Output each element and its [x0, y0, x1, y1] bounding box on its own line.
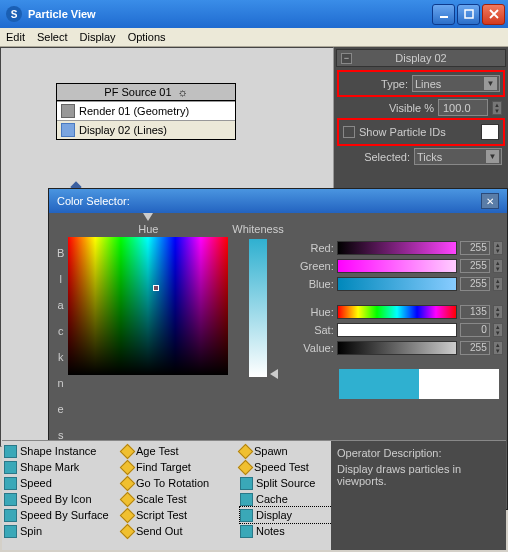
blue-value[interactable]: 255: [460, 277, 490, 291]
op-desc-body: Display draws particles in viewports.: [337, 463, 500, 487]
blue-slider[interactable]: [337, 277, 457, 291]
collapse-icon[interactable]: −: [341, 53, 352, 64]
operator-item[interactable]: Notes: [240, 523, 331, 539]
type-select[interactable]: Lines ▼: [412, 75, 500, 92]
operator-label: Speed Test: [254, 461, 309, 473]
op-desc-title: Operator Description:: [337, 447, 500, 459]
dialog-close-button[interactable]: ✕: [481, 193, 499, 209]
hue-stepper[interactable]: ▲▼: [493, 305, 503, 319]
show-ids-checkbox[interactable]: [343, 126, 355, 138]
operator-item[interactable]: Split Source: [240, 475, 331, 491]
blue-label: Blue:: [294, 278, 334, 290]
red-value[interactable]: 255: [460, 241, 490, 255]
visible-spinner[interactable]: 100.0: [438, 99, 488, 116]
sat-slider[interactable]: [337, 323, 457, 337]
id-color-swatch[interactable]: [481, 124, 499, 140]
test-icon: [238, 443, 254, 459]
operator-item[interactable]: Speed: [4, 475, 122, 491]
operator-item[interactable]: Age Test: [122, 443, 240, 459]
menu-select[interactable]: Select: [37, 31, 68, 43]
operator-icon: [4, 445, 17, 458]
operator-icon: [240, 525, 253, 538]
blue-stepper[interactable]: ▲▼: [493, 277, 503, 291]
operator-item[interactable]: Script Test: [122, 507, 240, 523]
render-icon: [61, 104, 75, 118]
green-label: Green:: [294, 260, 334, 272]
sat-value[interactable]: 0: [460, 323, 490, 337]
operator-icon: [4, 477, 17, 490]
dialog-titlebar[interactable]: Color Selector: ✕: [49, 189, 507, 213]
bulb-icon: ☼: [178, 86, 188, 98]
show-ids-label: Show Particle IDs: [359, 126, 477, 138]
display-icon: [61, 123, 75, 137]
sat-row: Sat: 0 ▲▼: [294, 323, 503, 337]
field-cursor-icon[interactable]: [153, 285, 159, 291]
hue-row: Hue: 135 ▲▼: [294, 305, 503, 319]
operator-label: Cache: [256, 493, 288, 505]
menu-edit[interactable]: Edit: [6, 31, 25, 43]
red-label: Red:: [294, 242, 334, 254]
operator-item[interactable]: Speed Test: [240, 459, 331, 475]
operator-label: Notes: [256, 525, 285, 537]
operator-palette[interactable]: Shape InstanceShape MarkSpeedSpeed By Ic…: [2, 441, 331, 549]
dropdown-arrow-icon: ▼: [486, 150, 499, 163]
operator-item[interactable]: Send Out: [122, 523, 240, 539]
color-preview: [339, 369, 503, 399]
operator-item[interactable]: Shape Mark: [4, 459, 122, 475]
whiteness-pointer-icon: [270, 369, 278, 379]
selected-select[interactable]: Ticks ▼: [414, 148, 502, 165]
dropdown-arrow-icon: ▼: [484, 77, 497, 90]
operator-item[interactable]: Speed By Icon: [4, 491, 122, 507]
hue-label: Hue: [68, 223, 228, 235]
visible-stepper[interactable]: ▲▼: [492, 101, 502, 115]
green-stepper[interactable]: ▲▼: [493, 259, 503, 273]
operator-item[interactable]: Display: [240, 507, 331, 523]
whiteness-slider[interactable]: [249, 239, 267, 377]
operator-icon: [4, 461, 17, 474]
node-row-render[interactable]: Render 01 (Geometry): [57, 101, 235, 120]
operator-label: Send Out: [136, 525, 182, 537]
operator-label: Spawn: [254, 445, 288, 457]
red-slider[interactable]: [337, 241, 457, 255]
operator-description-panel: Operator Description: Display draws part…: [331, 441, 506, 550]
green-slider[interactable]: [337, 259, 457, 273]
menubar: Edit Select Display Options: [0, 28, 508, 47]
operator-item[interactable]: Spawn: [240, 443, 331, 459]
node-header[interactable]: PF Source 01 ☼: [57, 84, 235, 101]
pf-source-node[interactable]: PF Source 01 ☼ Render 01 (Geometry) Disp…: [56, 83, 236, 140]
value-slider[interactable]: [337, 341, 457, 355]
operator-item[interactable]: Cache: [240, 491, 331, 507]
red-stepper[interactable]: ▲▼: [493, 241, 503, 255]
operator-label: Speed By Icon: [20, 493, 92, 505]
menu-options[interactable]: Options: [128, 31, 166, 43]
close-button[interactable]: [482, 4, 505, 25]
app-icon: S: [6, 6, 22, 22]
value-value[interactable]: 255: [460, 341, 490, 355]
operator-item[interactable]: Go To Rotation: [122, 475, 240, 491]
green-value[interactable]: 255: [460, 259, 490, 273]
sat-stepper[interactable]: ▲▼: [493, 323, 503, 337]
hue-slider[interactable]: [337, 305, 457, 319]
minimize-button[interactable]: [432, 4, 455, 25]
operator-icon: [240, 493, 253, 506]
operator-item[interactable]: Shape Instance: [4, 443, 122, 459]
window-title: Particle View: [28, 8, 430, 20]
visible-row: Visible % 100.0 ▲▼: [340, 99, 502, 116]
menu-display[interactable]: Display: [80, 31, 116, 43]
value-stepper[interactable]: ▲▼: [493, 341, 503, 355]
operator-item[interactable]: Speed By Surface: [4, 507, 122, 523]
test-icon: [120, 491, 136, 507]
dialog-title: Color Selector:: [57, 195, 130, 207]
hue-value[interactable]: 135: [460, 305, 490, 319]
maximize-button[interactable]: [457, 4, 480, 25]
panel-header[interactable]: − Display 02: [336, 49, 506, 67]
operator-item[interactable]: Scale Test: [122, 491, 240, 507]
node-row-display[interactable]: Display 02 (Lines): [57, 120, 235, 139]
operator-label: Shape Mark: [20, 461, 79, 473]
hue-sat-field[interactable]: [68, 237, 228, 375]
operator-item[interactable]: Spin: [4, 523, 122, 539]
operator-item[interactable]: Find Target: [122, 459, 240, 475]
blue-row: Blue: 255 ▲▼: [294, 277, 503, 291]
panel-header-label: Display 02: [395, 52, 446, 64]
blackness-label: B l a c k n e s s: [57, 223, 64, 467]
